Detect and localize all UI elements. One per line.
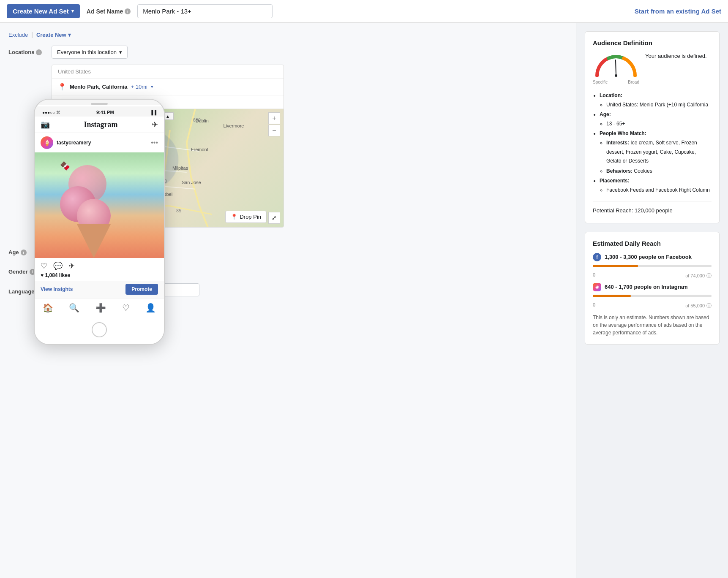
phone-time: 9:41 PM xyxy=(96,110,114,115)
phone-battery-area: ▐▐ xyxy=(150,110,156,115)
signal-icon: ●●●○○ xyxy=(42,110,55,115)
start-from-existing-link[interactable]: Start from an existing Ad Set xyxy=(635,8,721,15)
facebook-reach-bar-bg xyxy=(593,265,712,267)
post-likes: ♥ 1,084 likes xyxy=(35,272,164,281)
instagram-dm-icon[interactable]: ✈ xyxy=(152,120,158,129)
view-insights-button[interactable]: View Insights xyxy=(41,286,73,292)
create-new-chevron-icon: ▾ xyxy=(71,8,74,14)
gauge-container: Specific Broad xyxy=(593,52,639,84)
audience-definition-card: Audience Definition xyxy=(585,31,720,223)
audience-divider xyxy=(593,201,712,201)
map-zoom-in-button[interactable]: + xyxy=(268,112,280,124)
city-livermore: Livermore xyxy=(224,123,244,128)
create-new-dropdown[interactable]: Create New ▾ xyxy=(36,32,71,38)
facebook-reach-label: 1,300 - 3,300 people on Facebook xyxy=(605,254,712,260)
gauge-specific-label: Specific xyxy=(593,80,608,84)
gauge-broad-label: Broad xyxy=(628,80,639,84)
post-username: tastycreamery xyxy=(57,140,147,146)
behaviors-label: Behaviors: xyxy=(606,168,634,174)
location-detail-header: Location: xyxy=(600,92,622,98)
post-actions-bottom: View Insights Promote xyxy=(35,281,164,298)
instagram-reach-bar-row xyxy=(593,295,712,297)
location-pin-icon: 📍 xyxy=(58,83,66,91)
right-panel: Audience Definition xyxy=(576,23,728,578)
instagram-reach-max: of 55,000 xyxy=(685,303,705,308)
phone-nav-bar: 🏠 🔍 ➕ ♡ 👤 xyxy=(35,298,164,317)
phone-home-button[interactable] xyxy=(92,322,107,337)
svg-line-4 xyxy=(616,60,616,76)
ad-set-name-label: Ad Set Name i xyxy=(87,8,131,15)
instagram-reach-info-icon[interactable]: ⓘ xyxy=(706,302,712,309)
estimated-daily-reach-card: Estimated Daily Reach f 1,300 - 3,300 pe… xyxy=(585,232,720,345)
location-item-menlo-park: 📍 Menlo Park, California + 10mi ▾ xyxy=(52,79,284,95)
create-new-dropdown-chevron: ▾ xyxy=(68,32,71,38)
locations-info-icon[interactable]: i xyxy=(36,49,42,55)
map-expand-button[interactable]: ⤢ xyxy=(268,212,280,224)
city-san-jose: San Jose xyxy=(182,180,201,185)
exclude-create-row: Exclude | Create New ▾ xyxy=(8,31,567,38)
facebook-reach-info-icon[interactable]: ⓘ xyxy=(706,272,712,280)
placements-value: Facebook Feeds and Facebook Right Column xyxy=(606,186,712,195)
header-bar: Create New Ad Set ▾ Ad Set Name i Start … xyxy=(0,0,728,23)
comment-button[interactable]: 💬 xyxy=(53,261,63,271)
facebook-icon: f xyxy=(593,253,601,261)
gauge-labels: Specific Broad xyxy=(593,80,639,84)
city-milpitas: Milpitas xyxy=(172,166,188,171)
left-panel: Exclude | Create New ▾ Locations i Every… xyxy=(0,23,576,578)
svg-text:85: 85 xyxy=(176,208,181,213)
facebook-reach-max: of 74,000 xyxy=(685,273,705,278)
share-button[interactable]: ✈ xyxy=(68,261,75,271)
phone-frame: ●●●○○ ⌘ 9:41 PM ▐▐ 📷 Instagram ✈ xyxy=(34,99,165,345)
map-zoom-out-button[interactable]: − xyxy=(268,125,280,136)
location-detail-value: United States: Menlo Park (+10 mi) Calif… xyxy=(606,100,712,110)
country-label: United States xyxy=(52,65,284,79)
promote-button[interactable]: Promote xyxy=(125,284,158,295)
post-actions-row: ♡ 💬 ✈ xyxy=(35,258,164,272)
post-avatar: 🍦 xyxy=(41,136,53,149)
ice-cream-toppings: 🍫 xyxy=(60,161,71,171)
ad-set-name-input[interactable] xyxy=(137,4,273,18)
like-button[interactable]: ♡ xyxy=(41,261,47,271)
main-layout: Exclude | Create New ▾ Locations i Every… xyxy=(0,23,728,578)
location-dropdown-chevron-icon: ▾ xyxy=(119,49,122,55)
nav-profile-icon[interactable]: 👤 xyxy=(145,303,156,313)
instagram-camera-icon[interactable]: 📷 xyxy=(41,120,50,129)
drop-pin-button[interactable]: 📍 Drop Pin xyxy=(225,211,267,223)
nav-heart-icon[interactable]: ♡ xyxy=(122,303,130,313)
locations-row: Locations i Everyone in this location ▾ xyxy=(8,46,567,59)
instagram-reach-range-row: 0 of 55,000 ⓘ xyxy=(593,302,712,309)
instagram-logo: Instagram xyxy=(84,120,118,129)
post-image: 🍫 xyxy=(35,152,164,258)
audience-definition-title: Audience Definition xyxy=(593,39,712,46)
phone-speaker xyxy=(91,103,108,105)
instagram-header: 📷 Instagram ✈ xyxy=(35,117,164,133)
age-info-icon[interactable]: i xyxy=(21,250,27,255)
nav-home-icon[interactable]: 🏠 xyxy=(43,303,53,313)
instagram-reach-label: 640 - 1,700 people on Instagram xyxy=(605,284,712,290)
svg-point-5 xyxy=(615,74,617,77)
facebook-reach-bar-row xyxy=(593,265,712,267)
phone-overlay: ●●●○○ ⌘ 9:41 PM ▐▐ 📷 Instagram ✈ xyxy=(34,99,165,345)
nav-add-icon[interactable]: ➕ xyxy=(95,303,106,313)
drop-pin-icon: 📍 xyxy=(231,214,237,220)
interests-label: Interests: xyxy=(606,140,630,146)
phone-signal-area: ●●●○○ ⌘ xyxy=(42,110,60,115)
gauge-area: Specific Broad Your audience is defined. xyxy=(593,52,712,84)
post-more-icon[interactable]: ••• xyxy=(151,139,158,147)
wifi-icon: ⌘ xyxy=(56,110,60,115)
nav-search-icon[interactable]: 🔍 xyxy=(69,303,79,313)
facebook-reach-min: 0 xyxy=(593,272,595,280)
behaviors-value: Cookies xyxy=(634,168,652,174)
post-header: 🍦 tastycreamery ••• xyxy=(35,133,164,152)
everyone-in-location-dropdown[interactable]: Everyone in this location ▾ xyxy=(52,46,128,59)
instagram-reach-row: ◉ 640 - 1,700 people on Instagram xyxy=(593,283,712,291)
phone-status-bar: ●●●○○ ⌘ 9:41 PM ▐▐ xyxy=(35,106,164,117)
estimated-reach-title: Estimated Daily Reach xyxy=(593,240,712,247)
age-detail-value: 13 - 65+ xyxy=(606,119,712,129)
facebook-reach-row: f 1,300 - 3,300 people on Facebook xyxy=(593,253,712,261)
create-new-ad-set-button[interactable]: Create New Ad Set ▾ xyxy=(7,4,80,18)
facebook-reach-bar-fill xyxy=(593,265,638,267)
ad-set-name-info-icon[interactable]: i xyxy=(125,8,131,14)
exclude-link[interactable]: Exclude xyxy=(8,32,28,38)
battery-icon: ▐▐ xyxy=(150,110,156,115)
